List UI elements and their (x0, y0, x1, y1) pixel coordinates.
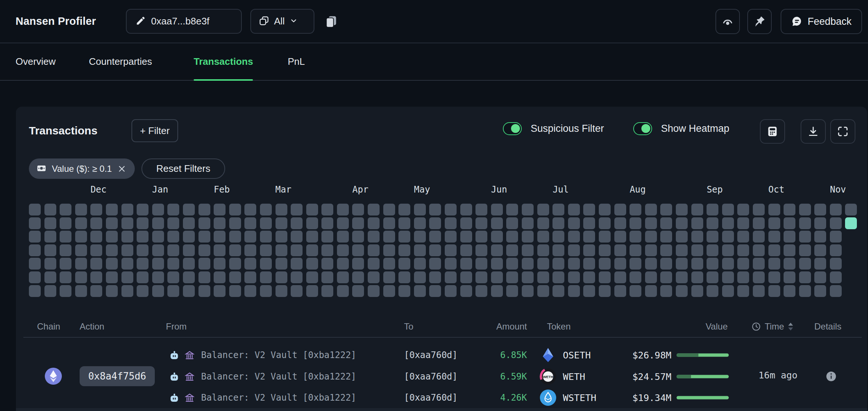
heatmap-cell[interactable] (660, 231, 672, 243)
heatmap-cell[interactable] (229, 271, 241, 283)
heatmap-cell[interactable] (691, 271, 703, 283)
heatmap-cell[interactable] (106, 231, 118, 243)
heatmap-cell[interactable] (429, 244, 441, 256)
heatmap-cell[interactable] (660, 217, 672, 229)
heatmap-cell[interactable] (722, 244, 734, 256)
heatmap-cell[interactable] (676, 258, 688, 270)
heatmap-cell[interactable] (614, 204, 626, 215)
heatmap-cell[interactable] (137, 217, 148, 229)
heatmap-cell[interactable] (460, 271, 472, 283)
heatmap-cell[interactable] (198, 204, 210, 215)
col-header-time-sort[interactable]: Time (751, 321, 794, 332)
heatmap-cell[interactable] (707, 204, 718, 215)
heatmap-cell[interactable] (676, 244, 688, 256)
heatmap-cell[interactable] (337, 271, 349, 283)
heatmap-cell[interactable] (198, 258, 210, 270)
heatmap-cell[interactable] (753, 204, 765, 215)
value-filter-chip[interactable]: Value ($): ≥ 0.1 (29, 158, 135, 179)
heatmap-cell[interactable] (753, 231, 765, 243)
heatmap-cell[interactable] (737, 285, 749, 297)
heatmap-cell[interactable] (121, 271, 133, 283)
heatmap-cell[interactable] (768, 217, 780, 229)
heatmap-cell[interactable] (106, 271, 118, 283)
heatmap-cell[interactable] (491, 217, 503, 229)
heatmap-cell[interactable] (60, 204, 71, 215)
heatmap-cell[interactable] (753, 258, 765, 270)
token-symbol[interactable]: WETH (563, 371, 585, 382)
heatmap-cell[interactable] (121, 231, 133, 243)
heatmap-cell[interactable] (183, 271, 195, 283)
heatmap-cell[interactable] (398, 217, 410, 229)
heatmap-cell[interactable] (784, 271, 795, 283)
heatmap-cell[interactable] (614, 258, 626, 270)
heatmap-cell[interactable] (583, 285, 595, 297)
from-address[interactable]: Balancer: V2 Vault [0xba1222] (201, 371, 356, 382)
heatmap-cell[interactable] (784, 244, 795, 256)
heatmap-cell[interactable] (383, 231, 395, 243)
heatmap-cell[interactable] (152, 231, 164, 243)
heatmap-cell[interactable] (29, 271, 41, 283)
heatmap-cell[interactable] (29, 258, 41, 270)
heatmap-cell[interactable] (276, 271, 287, 283)
heatmap-cell[interactable] (830, 204, 842, 215)
transaction-row[interactable]: 0x8a4f75d6 Balancer: V2 Vault [0xba1222]… (16, 338, 867, 408)
heatmap-cell[interactable] (229, 231, 241, 243)
heatmap-cell[interactable] (768, 244, 780, 256)
heatmap-cell[interactable] (60, 285, 71, 297)
heatmap-cell[interactable] (244, 285, 256, 297)
heatmap-cell[interactable] (722, 231, 734, 243)
heatmap-cell[interactable] (552, 285, 564, 297)
heatmap-cell[interactable] (244, 258, 256, 270)
heatmap-cell[interactable] (198, 231, 210, 243)
heatmap-cell[interactable] (429, 271, 441, 283)
heatmap-cell[interactable] (814, 258, 826, 270)
heatmap-cell[interactable] (306, 204, 318, 215)
heatmap-cell[interactable] (660, 204, 672, 215)
heatmap-cell[interactable] (306, 285, 318, 297)
from-address[interactable]: Balancer: V2 Vault [0xba1222] (201, 392, 356, 403)
reset-filters-button[interactable]: Reset Filters (141, 158, 225, 179)
heatmap-cell[interactable] (229, 217, 241, 229)
heatmap-cell[interactable] (90, 217, 102, 229)
heatmap-cell[interactable] (568, 285, 580, 297)
heatmap-cell[interactable] (722, 285, 734, 297)
heatmap-cell[interactable] (167, 258, 179, 270)
heatmap-cell[interactable] (506, 271, 518, 283)
heatmap-cell[interactable] (352, 244, 364, 256)
heatmap-cell[interactable] (106, 258, 118, 270)
heatmap-cell[interactable] (75, 271, 87, 283)
heatmap-cell[interactable] (506, 258, 518, 270)
heatmap-cell[interactable] (106, 217, 118, 229)
heatmap-cell[interactable] (552, 231, 564, 243)
heatmap-cell[interactable] (121, 217, 133, 229)
heatmap-cell[interactable] (645, 217, 657, 229)
heatmap-cell[interactable] (552, 217, 564, 229)
heatmap-cell[interactable] (768, 204, 780, 215)
heatmap-cell[interactable] (229, 285, 241, 297)
heatmap-cell[interactable] (522, 244, 534, 256)
heatmap-cell[interactable] (630, 231, 641, 243)
heatmap-cell[interactable] (183, 258, 195, 270)
heatmap-cell[interactable] (568, 271, 580, 283)
heatmap-cell[interactable] (429, 285, 441, 297)
heatmap-cell[interactable] (614, 285, 626, 297)
heatmap-cell[interactable] (429, 258, 441, 270)
heatmap-cell[interactable] (121, 204, 133, 215)
heatmap-cell[interactable] (152, 204, 164, 215)
heatmap-cell[interactable] (368, 285, 380, 297)
heatmap-cell[interactable] (368, 271, 380, 283)
heatmap-cell[interactable] (291, 258, 303, 270)
heatmap-cell[interactable] (214, 271, 226, 283)
heatmap-cell[interactable] (29, 217, 41, 229)
heatmap-cell[interactable] (121, 285, 133, 297)
heatmap-cell[interactable] (337, 285, 349, 297)
heatmap-cell[interactable] (475, 271, 487, 283)
heatmap-cell[interactable] (352, 271, 364, 283)
heatmap-cell[interactable] (753, 285, 765, 297)
heatmap-cell[interactable] (707, 271, 718, 283)
heatmap-cell[interactable] (260, 271, 272, 283)
heatmap-cell[interactable] (260, 231, 272, 243)
heatmap-cell[interactable] (475, 204, 487, 215)
heatmap-cell[interactable] (321, 204, 333, 215)
heatmap-cell[interactable] (614, 231, 626, 243)
